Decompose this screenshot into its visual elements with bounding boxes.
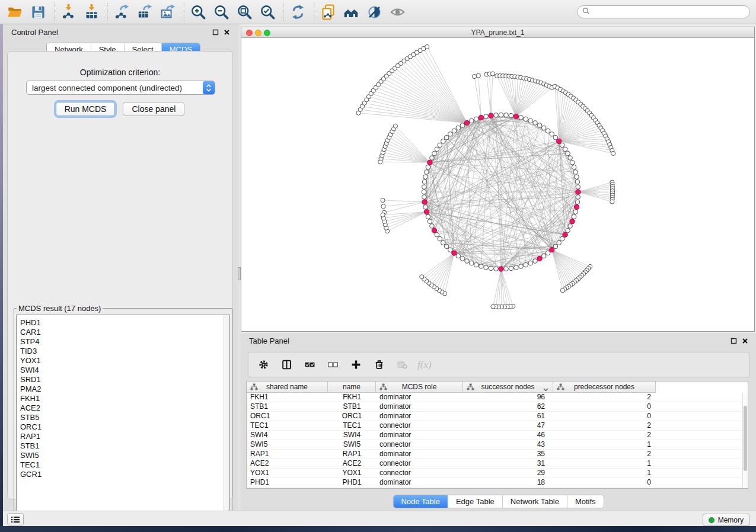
mcds-tab-content: Optimization criterion: largest connecte…: [7, 51, 233, 499]
table-row[interactable]: ORC1ORC1dominator610: [247, 412, 742, 421]
table-row[interactable]: SWI5SWI5connector431: [247, 440, 742, 450]
mcds-result-item[interactable]: TEC1: [20, 460, 229, 470]
import-network-icon[interactable]: [59, 3, 77, 21]
dropdown-stepper-icon: [203, 81, 215, 94]
search-box[interactable]: [577, 5, 750, 18]
mcds-result-item[interactable]: GCR1: [20, 470, 229, 479]
mcds-result-item[interactable]: PHD1: [20, 318, 229, 328]
run-mcds-button[interactable]: Run MCDS: [56, 102, 116, 116]
mcds-result-item[interactable]: YOX1: [20, 356, 229, 366]
memory-button[interactable]: Memory: [703, 514, 749, 526]
table-scrollbar[interactable]: [742, 393, 748, 488]
mcds-result-item[interactable]: ORC1: [20, 422, 229, 432]
mcds-result-item[interactable]: STB1: [20, 441, 229, 451]
save-icon[interactable]: [29, 3, 47, 21]
mcds-result-item[interactable]: SRD1: [20, 375, 229, 384]
float-table-panel-icon[interactable]: [730, 337, 737, 344]
memory-label: Memory: [718, 516, 744, 524]
column-header-MCDS-role[interactable]: MCDS role: [376, 382, 463, 393]
mcds-result-item[interactable]: CAR1: [20, 328, 229, 337]
search-input[interactable]: [593, 8, 745, 16]
close-panel-button[interactable]: Close panel: [123, 102, 184, 116]
table-row[interactable]: STB1STB1dominator620: [247, 402, 742, 412]
tab-motifs[interactable]: Motifs: [567, 495, 604, 508]
table-row[interactable]: ACE2ACE2connector311: [247, 459, 742, 469]
columns-icon[interactable]: [279, 357, 294, 373]
mcds-node: [563, 232, 567, 237]
mcds-node: [424, 209, 429, 214]
table-cell: connector: [376, 459, 463, 468]
table-row[interactable]: PHD1PHD1dominator180: [247, 478, 742, 488]
table-cell: 0: [553, 402, 656, 411]
column-label: name: [343, 383, 361, 391]
mcds-node: [570, 219, 575, 224]
table-panel: Table Panel f(x) shared namenameMCDS rol…: [241, 333, 756, 511]
table-row[interactable]: FKH1FKH1dominator962: [247, 393, 742, 402]
mcds-node: [537, 256, 542, 261]
delete-icon[interactable]: [371, 357, 387, 373]
refresh-icon[interactable]: [289, 3, 307, 21]
table-row[interactable]: RAP1RAP1dominator352: [247, 450, 742, 459]
close-panel-icon[interactable]: [223, 28, 230, 36]
mcds-result-item[interactable]: TID3: [20, 347, 229, 356]
table-scrollbar-thumb[interactable]: [744, 406, 747, 471]
export-image-icon[interactable]: [159, 3, 177, 21]
zoom-fit-icon[interactable]: [235, 3, 253, 21]
control-panel: Control Panel NetworkStyleSelectMCDS Opt…: [3, 24, 238, 511]
deselect-all-icon[interactable]: [325, 357, 340, 373]
network-window-title: YPA_prune.txt_1: [241, 28, 754, 37]
table-panel-header: Table Panel: [241, 333, 756, 348]
mcds-result-item[interactable]: ACE2: [20, 403, 229, 413]
close-table-panel-icon[interactable]: [741, 337, 748, 344]
clone-network-icon[interactable]: [319, 3, 337, 21]
table-tabs: Node TableEdge TableNetwork TableMotifs: [393, 495, 604, 508]
open-folder-icon[interactable]: [6, 3, 24, 21]
toolbar-separator: [314, 3, 314, 21]
table-row[interactable]: SWI4SWI4dominator462: [247, 431, 742, 440]
mcds-result-item[interactable]: FKH1: [20, 394, 229, 403]
search-icon: [582, 7, 590, 17]
add-icon[interactable]: [348, 357, 363, 373]
hide-graphics-details-icon[interactable]: [365, 3, 383, 21]
gear-icon[interactable]: [256, 357, 271, 373]
column-header-successor-nodes[interactable]: successor nodes: [463, 382, 553, 393]
float-panel-icon[interactable]: [212, 28, 219, 36]
table-cell: dominator: [376, 450, 463, 459]
zoom-in-icon[interactable]: [189, 3, 207, 21]
table-row[interactable]: YOX1YOX1connector291: [247, 469, 742, 478]
network-window-titlebar[interactable]: YPA_prune.txt_1: [241, 27, 754, 38]
task-history-button[interactable]: [7, 513, 24, 525]
list-scrollbar[interactable]: [224, 315, 229, 521]
export-table-icon[interactable]: [136, 3, 154, 21]
select-all-icon[interactable]: [302, 357, 317, 373]
tab-edge-table[interactable]: Edge Table: [448, 495, 502, 508]
mcds-result-item[interactable]: PMA2: [20, 384, 229, 394]
optimization-criterion-value: largest connected component (undirected): [27, 84, 203, 92]
table-cell: 18: [463, 478, 553, 487]
import-table-icon[interactable]: [82, 3, 100, 21]
network-window: YPA_prune.txt_1: [241, 27, 755, 332]
mcds-result-item[interactable]: STP4: [20, 337, 229, 347]
zoom-out-icon[interactable]: [212, 3, 230, 21]
table-cell: ORC1: [328, 412, 376, 421]
tab-node-table[interactable]: Node Table: [393, 495, 448, 508]
export-network-icon[interactable]: [113, 3, 130, 21]
network-canvas[interactable]: [241, 38, 754, 331]
table-row[interactable]: TEC1TEC1connector472: [247, 421, 742, 431]
show-all-networks-icon[interactable]: [342, 3, 360, 21]
mcds-result-item[interactable]: SWI5: [20, 451, 229, 460]
mcds-result-item[interactable]: RAP1: [20, 432, 229, 441]
zoom-selected-icon[interactable]: [259, 3, 276, 21]
table-header-row: shared namenameMCDS rolesuccessor nodesp…: [247, 382, 656, 393]
column-label: successor nodes: [481, 383, 534, 391]
mcds-result-item[interactable]: SWI4: [20, 366, 229, 375]
tab-network-table[interactable]: Network Table: [502, 495, 567, 508]
column-header-shared-name[interactable]: shared name: [247, 382, 328, 393]
table-cell: TEC1: [328, 421, 376, 430]
table-cell: 47: [463, 421, 553, 430]
column-header-name[interactable]: name: [328, 382, 376, 393]
mcds-result-item[interactable]: STB5: [20, 413, 229, 422]
show-graphics-details-icon[interactable]: [388, 3, 406, 21]
optimization-criterion-select[interactable]: largest connected component (undirected): [26, 81, 215, 95]
column-header-predecessor-nodes[interactable]: predecessor nodes: [553, 382, 656, 393]
